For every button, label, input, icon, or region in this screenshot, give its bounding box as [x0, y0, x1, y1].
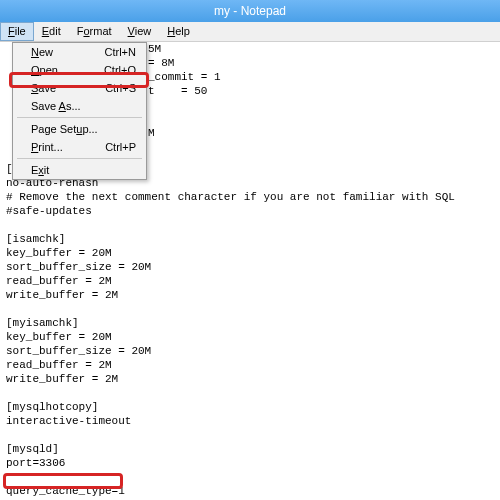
menu-separator: [17, 117, 142, 118]
menu-save[interactable]: SaveCtrl+S: [13, 79, 146, 97]
menu-help[interactable]: Help: [159, 22, 198, 41]
window-titlebar: my - Notepad: [0, 0, 500, 22]
menu-edit[interactable]: Edit: [34, 22, 69, 41]
menubar: File Edit Format View Help: [0, 22, 500, 42]
file-menu-dropdown: NewCtrl+N Open...Ctrl+O SaveCtrl+S Save …: [12, 42, 147, 180]
menu-format[interactable]: Format: [69, 22, 120, 41]
menu-new[interactable]: NewCtrl+N: [13, 43, 146, 61]
menu-exit[interactable]: Exit: [13, 161, 146, 179]
menu-open[interactable]: Open...Ctrl+O: [13, 61, 146, 79]
menu-separator: [17, 158, 142, 159]
menu-page-setup[interactable]: Page Setup...: [13, 120, 146, 138]
menu-view[interactable]: View: [120, 22, 160, 41]
window-title: my - Notepad: [214, 4, 286, 18]
menu-save-as[interactable]: Save As...: [13, 97, 146, 115]
editor-fragment-behind-menu: 5M = 8M _commit = 1 t = 50 M: [148, 42, 221, 140]
editor-content[interactable]: [mysql] no-auto-rehash # Remove the next…: [0, 160, 500, 500]
menu-print[interactable]: Print...Ctrl+P: [13, 138, 146, 156]
menu-file[interactable]: File: [0, 22, 34, 41]
